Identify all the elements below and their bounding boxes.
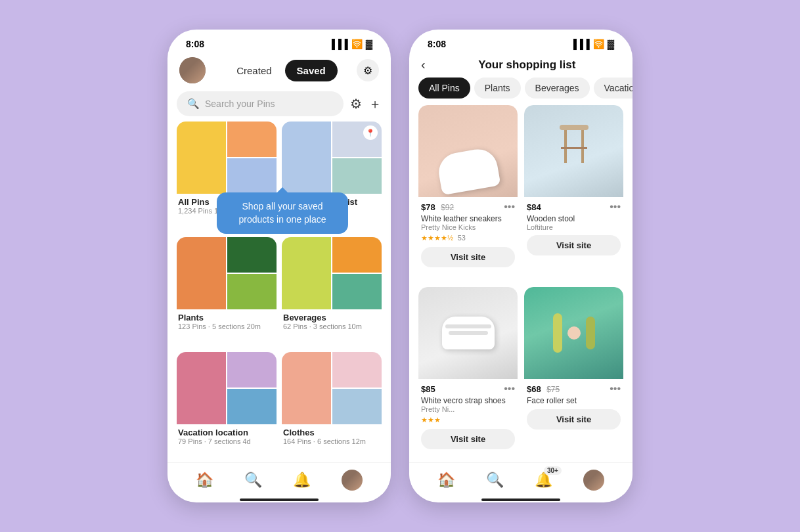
board-img — [282, 122, 331, 194]
product-image-roller — [524, 287, 623, 379]
board-meta: 79 Pins · 7 sections 4d — [178, 437, 275, 445]
user-avatar[interactable] — [179, 57, 206, 83]
board-img — [332, 158, 382, 194]
product-card-sneakers[interactable]: $78 $92 ••• White leather sneakers Prett… — [418, 105, 518, 280]
nav-profile[interactable] — [342, 470, 363, 491]
phone2-header: ‹ Your shopping list — [409, 53, 633, 78]
tab-saved[interactable]: Saved — [285, 60, 338, 81]
status-icons-1: ▐▐▐ 🛜 ▓ — [328, 39, 372, 49]
battery-icon: ▓ — [366, 39, 372, 49]
visit-site-button[interactable]: Visit site — [527, 235, 621, 255]
product-brand: Pretty Ni... — [421, 405, 515, 413]
search-placeholder: Search your Pins — [205, 99, 275, 109]
product-image-sneakers — [418, 105, 518, 197]
board-img — [227, 158, 277, 194]
product-info: $78 $92 ••• White leather sneakers Prett… — [418, 197, 518, 269]
board-img — [227, 237, 277, 273]
board-img — [177, 237, 226, 309]
wifi-icon: 🛜 — [351, 39, 363, 49]
product-price: $78 — [421, 202, 435, 212]
product-card-roller[interactable]: $68 $75 ••• Face roller set Visit site — [524, 287, 623, 462]
visit-site-button[interactable]: Visit site — [421, 247, 515, 267]
board-clothes[interactable]: Clothes 164 Pins · 6 sections 12m — [282, 352, 382, 462]
settings-button[interactable]: ⚙ — [357, 59, 379, 81]
filter-icon[interactable]: ⚙ — [350, 96, 362, 112]
board-beverages[interactable]: Beverages 62 Pins · 3 sections 10m — [282, 237, 382, 347]
nav-notifications[interactable]: 🔔 — [293, 472, 311, 489]
battery-icon: ▓ — [608, 39, 614, 49]
add-icon[interactable]: ＋ — [368, 95, 382, 113]
wifi-icon: 🛜 — [593, 39, 604, 49]
product-card-velcro[interactable]: $85 ••• White vecro strap shoes Pretty N… — [418, 287, 518, 462]
product-old-price: $75 — [546, 385, 560, 394]
nav-home[interactable]: 🏠 — [196, 472, 213, 489]
products-grid: $78 $92 ••• White leather sneakers Prett… — [409, 105, 633, 462]
nav-notifications[interactable]: 🔔 30+ — [535, 472, 552, 489]
home-icon: 🏠 — [437, 472, 455, 489]
page-title: Your shopping list — [433, 58, 621, 72]
product-name: White leather sneakers — [421, 214, 515, 223]
tabs: Created Saved — [225, 60, 338, 81]
visit-site-button[interactable]: Visit site — [527, 409, 621, 430]
filter-tab-beverages[interactable]: Beverages — [525, 78, 590, 99]
profile-avatar — [342, 470, 363, 491]
product-price: $68 — [527, 384, 541, 394]
board-img — [227, 122, 277, 157]
phone1-header: Created Saved ⚙ — [167, 53, 391, 89]
time-2: 8:08 — [428, 39, 446, 49]
nav-profile[interactable] — [583, 470, 604, 491]
nav-search[interactable]: 🔍 — [486, 472, 504, 489]
product-card-stool[interactable]: $84 ••• Wooden stool Loftiture Visit sit… — [524, 105, 623, 280]
tooltip-bubble: Shop all your saved products in one plac… — [217, 192, 348, 234]
home-indicator — [481, 499, 560, 501]
board-meta: 123 Pins · 5 sections 20m — [178, 322, 275, 330]
time-1: 8:08 — [186, 39, 204, 49]
board-title: Beverages — [283, 313, 380, 322]
stars: ★★★★½ — [421, 234, 453, 242]
search-bar[interactable]: 🔍 Search your Pins — [177, 91, 344, 116]
home-icon: 🏠 — [196, 472, 213, 489]
board-img — [227, 389, 277, 424]
product-info: $84 ••• Wooden stool Loftiture Visit sit… — [524, 197, 623, 257]
more-icon[interactable]: ••• — [504, 201, 515, 213]
board-img — [177, 122, 226, 194]
star-count: 53 — [458, 234, 466, 242]
board-plants[interactable]: Plants 123 Pins · 5 sections 20m — [177, 237, 277, 347]
search-icon: 🔍 — [244, 472, 262, 489]
nav-search[interactable]: 🔍 — [244, 472, 262, 489]
board-vacation[interactable]: Vacation location 79 Pins · 7 sections 4… — [177, 352, 277, 462]
pin-icon: 📍 — [363, 125, 378, 140]
filter-tabs: All Pins Plants Beverages Vacation C — [409, 78, 633, 105]
board-img — [332, 389, 382, 424]
back-button[interactable]: ‹ — [421, 57, 426, 72]
board-title: Clothes — [283, 428, 380, 437]
board-title: Plants — [178, 313, 275, 322]
home-indicator — [240, 499, 319, 501]
product-brand: Loftiture — [527, 223, 621, 231]
more-icon[interactable]: ••• — [610, 383, 621, 395]
filter-tab-allpins[interactable]: All Pins — [418, 78, 470, 99]
filter-tab-plants[interactable]: Plants — [474, 78, 521, 99]
product-image-velcro — [418, 287, 518, 379]
more-icon[interactable]: ••• — [504, 383, 515, 395]
board-img — [332, 237, 382, 273]
board-meta: 164 Pins · 6 sections 12m — [283, 437, 380, 445]
bell-icon: 🔔 — [293, 472, 311, 489]
status-bar-1: 8:08 ▐▐▐ 🛜 ▓ — [167, 30, 391, 53]
more-icon[interactable]: ••• — [610, 201, 621, 213]
status-bar-2: 8:08 ▐▐▐ 🛜 ▓ — [409, 30, 633, 53]
search-icon: 🔍 — [486, 472, 504, 489]
phone-2: 8:08 ▐▐▐ 🛜 ▓ ‹ Your shopping list All Pi… — [409, 30, 633, 502]
search-icon: 🔍 — [187, 98, 200, 110]
filter-tab-vacation[interactable]: Vacation — [594, 78, 633, 99]
visit-site-button[interactable]: Visit site — [421, 429, 515, 449]
board-meta: 62 Pins · 3 sections 10m — [283, 322, 380, 330]
board-img — [332, 274, 382, 309]
nav-home[interactable]: 🏠 — [437, 472, 455, 489]
search-row: 🔍 Search your Pins ⚙ ＋ — [167, 89, 391, 122]
product-name: Face roller set — [527, 396, 621, 405]
tab-created[interactable]: Created — [225, 60, 283, 81]
bottom-nav-1: 🏠 🔍 🔔 — [167, 462, 391, 495]
gear-icon: ⚙ — [363, 64, 372, 77]
board-img — [177, 352, 226, 424]
